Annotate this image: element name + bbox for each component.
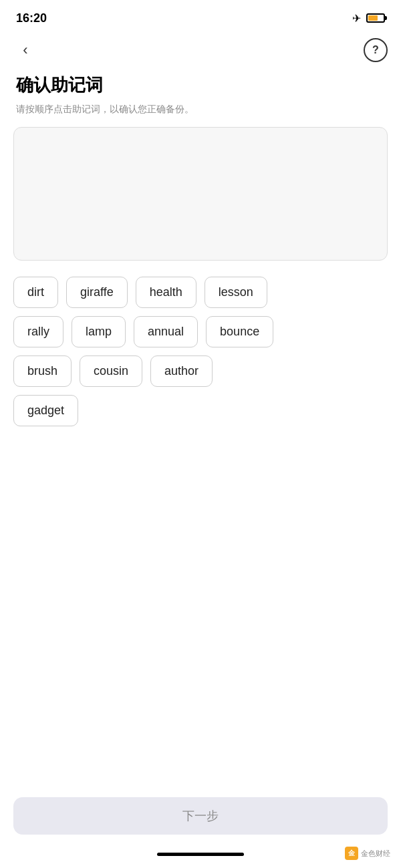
nav-bar: ‹ ?: [0, 33, 401, 67]
bottom-area: 下一步: [0, 797, 401, 868]
word-chip-giraffe[interactable]: giraffe: [66, 277, 128, 308]
back-button[interactable]: ‹: [13, 38, 37, 62]
back-icon: ‹: [23, 41, 27, 59]
word-row-3: gadget: [13, 395, 388, 426]
word-chip-lesson[interactable]: lesson: [205, 277, 267, 308]
word-chip-annual[interactable]: annual: [134, 316, 198, 347]
word-row-0: dirtgiraffehealthlesson: [13, 277, 388, 308]
watermark-text: 金色财经: [361, 849, 390, 859]
word-chip-dirt[interactable]: dirt: [13, 277, 58, 308]
page-title: 确认助记词: [16, 74, 385, 97]
word-row-2: brushcousinauthor: [13, 355, 388, 387]
watermark-logo-text: 金: [348, 849, 355, 858]
word-chip-author[interactable]: author: [150, 355, 213, 387]
battery-icon: [366, 13, 385, 23]
title-area: 确认助记词 请按顺序点击助记词，以确认您正确备份。: [0, 67, 401, 127]
help-button[interactable]: ?: [364, 38, 388, 62]
word-chip-brush[interactable]: brush: [13, 355, 72, 387]
help-icon: ?: [372, 44, 379, 56]
selection-box: [13, 127, 388, 261]
page-subtitle: 请按顺序点击助记词，以确认您正确备份。: [16, 102, 385, 116]
status-bar: 16:20 ✈: [0, 0, 401, 33]
status-icons: ✈: [352, 12, 385, 25]
word-chip-rally[interactable]: rally: [13, 316, 63, 347]
status-time: 16:20: [16, 11, 47, 25]
next-label: 下一步: [182, 808, 219, 824]
battery-fill: [368, 15, 378, 21]
word-chip-lamp[interactable]: lamp: [72, 316, 126, 347]
airplane-icon: ✈: [352, 12, 361, 25]
next-button[interactable]: 下一步: [13, 797, 388, 835]
home-indicator: [157, 853, 244, 856]
word-chip-bounce[interactable]: bounce: [206, 316, 273, 347]
word-chip-cousin[interactable]: cousin: [80, 355, 142, 387]
watermark-logo: 金: [345, 847, 358, 860]
watermark: 金 金色财经: [345, 847, 390, 860]
word-chip-gadget[interactable]: gadget: [13, 395, 78, 426]
word-chips-area: dirtgiraffehealthlessonrallylampannualbo…: [0, 261, 401, 445]
word-chip-health[interactable]: health: [136, 277, 196, 308]
word-row-1: rallylampannualbounce: [13, 316, 388, 347]
